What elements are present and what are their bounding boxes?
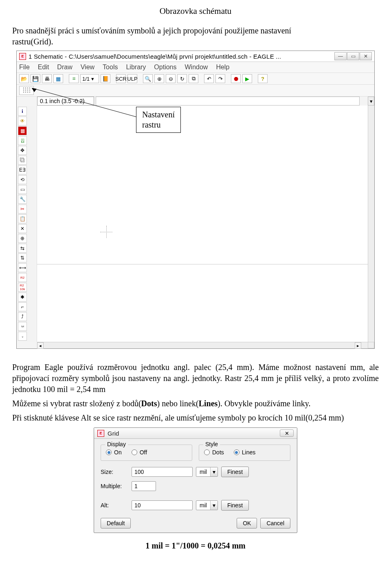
minimize-button[interactable]: —: [334, 52, 347, 60]
intro-line1: Pro snadnější práci s umísťováním symbol…: [12, 26, 291, 35]
zoom-redraw-icon[interactable]: ↻: [177, 74, 187, 83]
grid-dialog-close-icon[interactable]: ✕: [280, 429, 294, 437]
rotate-icon[interactable]: ⟲: [18, 175, 27, 184]
menu-tools[interactable]: Tools: [103, 64, 118, 71]
annotation-arrow: [26, 85, 140, 121]
size-label: Size:: [101, 469, 128, 475]
style-dots-radio[interactable]: Dots: [204, 449, 224, 456]
window-controls: — ▭ ✕: [334, 52, 372, 60]
zoom-fit-icon[interactable]: 🔍: [143, 74, 153, 83]
script-icon[interactable]: SCR: [116, 74, 126, 83]
intro-line2: rastru(Grid).: [12, 37, 53, 46]
menu-help[interactable]: Help: [216, 64, 229, 71]
alt-value: 10: [134, 502, 141, 509]
annotation-line2: rastru: [142, 120, 161, 129]
style-lines-radio[interactable]: Lines: [234, 449, 255, 456]
change-icon[interactable]: 🔧: [18, 195, 27, 204]
multiple-row: Multiple: 1: [101, 481, 290, 491]
intro-paragraph: Pro snadnější práci s umísťováním symbol…: [12, 25, 379, 47]
display-fieldset: Display On Off: [101, 445, 192, 461]
board-icon[interactable]: ⌗: [69, 74, 79, 83]
sheet-combo[interactable]: 1/1 ▾: [80, 74, 99, 83]
ok-button[interactable]: OK: [237, 518, 257, 529]
cam-icon[interactable]: ▦: [53, 74, 63, 83]
delete-icon[interactable]: ✕: [18, 224, 27, 233]
grid-dialog-body: Display On Off Style Dots Lines Size: 10…: [94, 439, 297, 533]
cancel-button[interactable]: Cancel: [260, 518, 290, 529]
alt-input[interactable]: 10: [132, 500, 193, 510]
mirror-icon[interactable]: E∃: [18, 165, 27, 174]
default-button[interactable]: Default: [101, 518, 131, 529]
chevron-down-icon: ▾: [210, 501, 217, 510]
save-icon[interactable]: 💾: [31, 74, 40, 83]
gateswap-icon[interactable]: ⇅: [18, 253, 27, 262]
menu-draw[interactable]: Draw: [57, 64, 72, 71]
ulp-icon[interactable]: ULP: [127, 74, 137, 83]
more-icon[interactable]: ⌄: [18, 332, 27, 341]
name-r1-icon[interactable]: R2: [18, 273, 27, 282]
display-on-radio[interactable]: On: [106, 449, 122, 456]
mark-icon[interactable]: ⍍: [18, 136, 27, 145]
multiple-input[interactable]: 1: [132, 481, 156, 491]
size-unit-combo[interactable]: mil ▾: [196, 467, 218, 477]
smash-icon[interactable]: ✱: [18, 293, 27, 302]
undo-icon[interactable]: ↶: [204, 74, 214, 83]
cut-icon[interactable]: ✂: [18, 205, 27, 214]
print-icon[interactable]: 🖶: [42, 74, 52, 83]
show-icon[interactable]: 👁: [18, 117, 27, 126]
invoke-icon[interactable]: ⎃: [18, 322, 27, 331]
menu-options[interactable]: Options: [154, 64, 176, 71]
open-icon[interactable]: 📂: [19, 74, 29, 83]
library-use-icon[interactable]: 📙: [101, 74, 110, 83]
display-icon[interactable]: ▦: [18, 126, 27, 135]
stop-icon[interactable]: ⬣: [231, 74, 241, 83]
menu-view[interactable]: View: [81, 64, 94, 71]
svg-point-8: [23, 92, 24, 92]
style-dots-label: Dots: [212, 449, 224, 456]
add-icon[interactable]: ⊕: [18, 234, 27, 243]
grid-dialog-screenshot: E Grid ✕ Display On Off Style Dots Lines: [94, 427, 297, 533]
sheet-combo-value: 1/1: [82, 76, 90, 82]
alt-label: Alt:: [101, 502, 128, 509]
menu-window[interactable]: Window: [185, 64, 208, 71]
alt-finest-button[interactable]: Finest: [221, 500, 249, 511]
pinswap-icon[interactable]: ⇆: [18, 244, 27, 253]
close-button[interactable]: ✕: [360, 52, 372, 60]
size-finest-button[interactable]: Finest: [221, 467, 249, 477]
grid-dialog-title: Grid: [108, 430, 280, 437]
annotation-line1: Nastavení: [142, 110, 175, 119]
annotation-box: Nastavení rastru: [136, 107, 181, 133]
display-off-radio[interactable]: Off: [132, 449, 147, 456]
horizontal-scrollbar[interactable]: ◂ ▸: [37, 342, 368, 348]
go-icon[interactable]: ▶: [242, 74, 252, 83]
replace-icon[interactable]: ⟷: [18, 263, 27, 272]
size-input[interactable]: 100: [132, 467, 193, 477]
menu-file[interactable]: File: [19, 64, 30, 71]
split-icon[interactable]: ⤴: [18, 312, 27, 321]
menu-library[interactable]: Library: [126, 64, 146, 71]
group-icon[interactable]: ▭: [18, 185, 27, 194]
alt-unit-combo[interactable]: mil ▾: [196, 500, 218, 510]
maximize-button[interactable]: ▭: [347, 52, 359, 60]
vertical-scrollbar[interactable]: [368, 106, 374, 342]
heading: Obrazovka schématu: [12, 6, 379, 16]
move-icon[interactable]: ✥: [18, 146, 27, 155]
help-icon[interactable]: ?: [258, 74, 268, 83]
scroll-left-icon[interactable]: ◂: [37, 342, 44, 349]
svg-point-4: [23, 90, 24, 90]
dialog-button-row: Default OK Cancel: [101, 518, 290, 529]
canvas[interactable]: [37, 106, 368, 264]
copy-icon[interactable]: ⿻: [18, 156, 27, 165]
miter-icon[interactable]: ⌐: [18, 302, 27, 311]
menu-edit[interactable]: Edit: [38, 64, 49, 71]
zoom-out-icon[interactable]: ⊖: [166, 74, 176, 83]
zoom-select-icon[interactable]: ⧉: [189, 74, 198, 83]
redo-icon[interactable]: ↷: [215, 74, 225, 83]
value-r1-icon[interactable]: R210k: [18, 283, 27, 292]
scroll-right-icon[interactable]: ▸: [355, 342, 361, 349]
eagle-app-icon: E: [19, 53, 26, 60]
info-icon[interactable]: i: [18, 107, 27, 116]
zoom-in-icon[interactable]: ⊕: [154, 74, 164, 83]
command-dropdown-icon[interactable]: ▾: [368, 97, 374, 106]
paste-icon[interactable]: 📋: [18, 214, 27, 223]
